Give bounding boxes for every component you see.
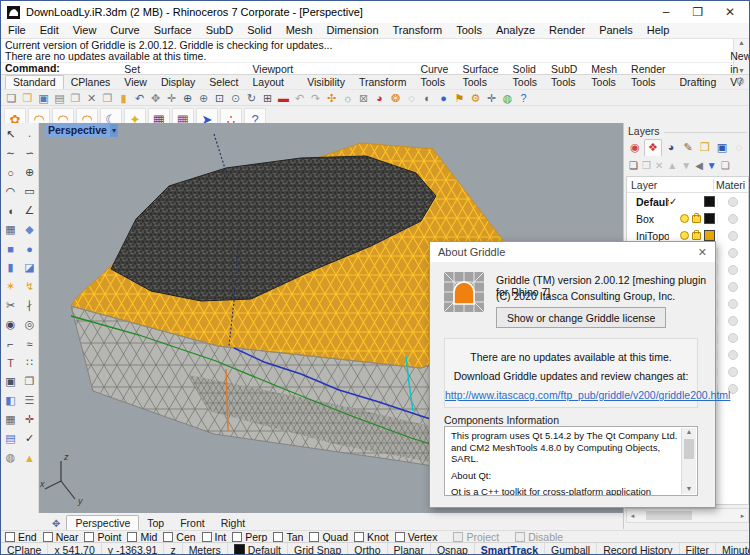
layer-material-icon[interactable]	[728, 248, 738, 258]
osnap-checkbox[interactable]: Perp	[232, 531, 267, 543]
osnap-checkbox[interactable]: Disable	[515, 531, 563, 543]
redo-view-icon[interactable]: ↷	[308, 91, 323, 105]
toolbar-tab[interactable]: Standard	[5, 75, 64, 89]
dimension-tool-icon[interactable]: ✛	[21, 410, 38, 429]
status-cell[interactable]: x 541.70	[48, 543, 101, 555]
viewport-layout-icon[interactable]: ⊞	[260, 91, 275, 105]
layer-lock-icon[interactable]	[692, 215, 701, 223]
layer-row[interactable]: Default ✓	[627, 193, 748, 210]
layers-tab-icon[interactable]: ❖	[644, 139, 662, 156]
toolbar-tab[interactable]: Select	[202, 76, 245, 89]
viewport-tab[interactable]: Front	[172, 516, 213, 530]
menu-item[interactable]: Solid	[240, 23, 278, 38]
checkbox-icon[interactable]	[273, 532, 283, 542]
layer-table-header[interactable]: Layer Materi	[627, 177, 748, 193]
toolbar-tab[interactable]: Transform	[352, 76, 413, 89]
toolbar-tab[interactable]: Surface Tools	[455, 63, 505, 89]
layer-material-icon[interactable]	[728, 333, 738, 343]
box-icon[interactable]: ■	[2, 239, 19, 258]
layer-name[interactable]: IniTopo	[627, 230, 669, 242]
pan-icon[interactable]: ✥	[148, 91, 163, 105]
check-icon[interactable]: ✓	[21, 429, 38, 448]
array-grid-icon[interactable]: ▦	[2, 410, 19, 429]
osnap-checkbox[interactable]: Cen	[163, 531, 195, 543]
notes-tab-icon[interactable]: ✎	[680, 139, 696, 155]
lock-icon[interactable]: ⊠	[356, 91, 371, 105]
menu-item[interactable]: Transform	[386, 23, 450, 38]
layer-material-icon[interactable]	[728, 350, 738, 360]
lamp-icon[interactable]: ☼	[340, 91, 355, 105]
checkbox-icon[interactable]	[515, 532, 525, 542]
status-cell[interactable]: Planar	[388, 543, 431, 555]
checkbox-icon[interactable]	[84, 532, 94, 542]
split-icon[interactable]: ∤	[21, 296, 38, 315]
undo-icon[interactable]: ↶	[132, 91, 147, 105]
group-icon[interactable]: ∷	[21, 353, 38, 372]
zoom-window-icon[interactable]: ⊡	[212, 91, 227, 105]
four-views-icon[interactable]: ✥	[46, 517, 66, 530]
filter-icon[interactable]: ▼	[707, 160, 717, 171]
license-button[interactable]: Show or change Griddle license	[496, 307, 666, 328]
collapse-icon[interactable]: ◀	[695, 160, 703, 171]
checkbox-icon[interactable]	[395, 532, 405, 542]
osnap-checkbox[interactable]: Quad	[309, 531, 348, 543]
layer-visibility-bulb-icon[interactable]	[680, 231, 689, 240]
menu-item[interactable]: Help	[640, 23, 677, 38]
wireframe-icon[interactable]: ◌	[404, 91, 419, 105]
layer-name[interactable]: Box	[627, 213, 669, 225]
scroll-up-icon[interactable]: ▲	[738, 39, 745, 46]
menu-item[interactable]: Surface	[147, 23, 199, 38]
zoom-icon[interactable]: ⊕	[180, 91, 195, 105]
move-icon[interactable]: ✛	[164, 91, 179, 105]
material-column-header[interactable]: Materi	[713, 179, 748, 191]
updates-link[interactable]: http://www.itascacg.com/ftp_pub/griddle/…	[445, 386, 697, 405]
join-icon[interactable]: T	[2, 353, 19, 372]
layer-tools-icon[interactable]: ❏	[721, 160, 730, 171]
status-cell[interactable]: Record History	[597, 543, 679, 555]
layer-color-swatch[interactable]	[704, 196, 715, 207]
components-text-area[interactable]: This program uses Qt 5.14.2 by The Qt Co…	[444, 426, 698, 496]
select-arrow-icon[interactable]: ↖	[2, 125, 19, 144]
menu-item[interactable]: Curve	[103, 23, 146, 38]
render-preview-icon[interactable]: ❂	[388, 91, 403, 105]
dimension-icon[interactable]: ✛	[484, 91, 499, 105]
dialog-title-bar[interactable]: About Griddle ✕	[430, 242, 715, 262]
rendered-icon[interactable]: ●	[436, 91, 451, 105]
scroll-left-icon[interactable]: ◂	[627, 512, 638, 520]
osnap-checkbox[interactable]: Vertex	[395, 531, 438, 543]
status-cell[interactable]: Minutes from last save: 0	[716, 543, 750, 555]
osnap-checkbox[interactable]: Near	[43, 531, 79, 543]
layers-horizontal-scrollbar[interactable]: ◂ ▸	[626, 508, 749, 523]
toolbar-tab[interactable]: Set View	[117, 63, 154, 89]
options-gear-icon[interactable]: ⚙	[468, 91, 483, 105]
status-cell[interactable]: SmartTrack	[475, 543, 545, 555]
layer-material-icon[interactable]	[728, 265, 738, 275]
close-button[interactable]: ✕	[717, 1, 743, 23]
osnap-checkbox[interactable]: Mid	[127, 531, 157, 543]
ellipse-icon[interactable]: ◖	[2, 201, 19, 220]
checkbox-icon[interactable]	[202, 532, 212, 542]
toolbar-tab[interactable]: Curve Tools	[413, 63, 455, 89]
status-cell[interactable]: Ortho	[348, 543, 387, 555]
toolbar-tab[interactable]: Visibility	[300, 76, 352, 89]
boolean-union-icon[interactable]: ◉	[2, 315, 19, 334]
checkbox-icon[interactable]	[309, 532, 319, 542]
checkbox-icon[interactable]	[453, 532, 463, 542]
display-mode-icon[interactable]: ◕	[372, 91, 387, 105]
scroll-right-icon[interactable]: ▸	[737, 512, 748, 520]
osnap-checkbox[interactable]: Int	[202, 531, 227, 543]
scrollbar-thumb[interactable]	[684, 439, 694, 459]
menu-item[interactable]: View	[66, 23, 104, 38]
toolbar-tab[interactable]: Render Tools	[624, 63, 672, 89]
copy-objects-icon[interactable]: ❐	[21, 372, 38, 391]
mesh-icon[interactable]: ▦	[2, 220, 19, 239]
viewport-tab[interactable]: Right	[213, 516, 254, 530]
toolbar-tab[interactable]: CPlanes	[64, 76, 118, 89]
paste-icon[interactable]: ▮	[116, 91, 131, 105]
lamp-tool-icon[interactable]: ▲	[21, 448, 38, 467]
menu-item[interactable]: Panels	[592, 23, 640, 38]
layer-material-icon[interactable]	[728, 282, 738, 292]
cylinder-icon[interactable]: ▮	[2, 258, 19, 277]
menu-item[interactable]: File	[1, 23, 33, 38]
surface-tools-icon[interactable]: ◪	[21, 258, 38, 277]
